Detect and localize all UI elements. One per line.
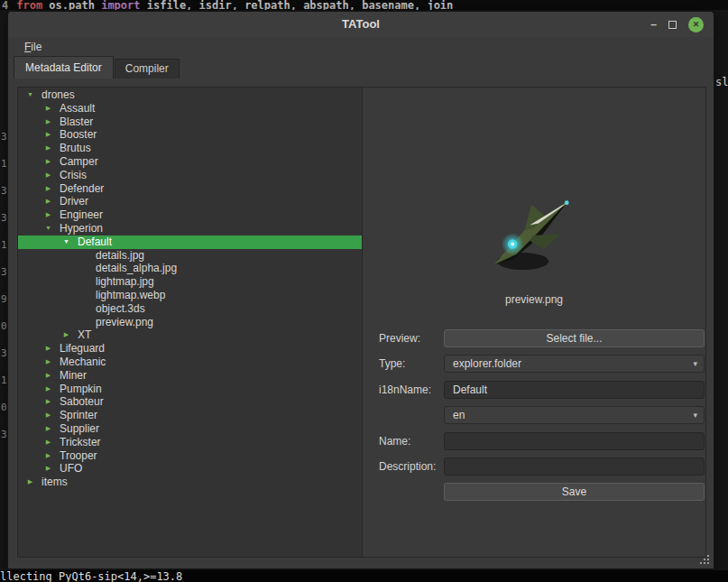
expander-icon[interactable]: ▶ [25,476,35,489]
tree-item-ufo[interactable]: ▶UFO [18,462,362,476]
name-input[interactable] [444,432,705,450]
expander-icon[interactable]: ▶ [43,195,53,208]
tree-item-label: Assault [18,102,95,115]
description-input[interactable] [444,457,705,476]
save-button[interactable]: Save [444,483,705,501]
tree-item-label: XT [18,328,91,342]
left-edge-digit: 3 [1,266,7,278]
terminal-top-strip: 4from os.path import isfile, isdir, relp… [0,0,728,10]
expander-icon[interactable]: ▶ [43,142,53,155]
tree-item-booster[interactable]: ▶Booster [18,128,362,142]
code-token: os.path [42,0,101,10]
expander-icon[interactable]: ▶ [43,342,53,356]
tab-metadata-editor[interactable]: Metadata Editor [14,56,114,79]
expander-icon[interactable]: ▶ [43,115,53,129]
expander-icon[interactable]: ▶ [43,383,53,396]
expander-icon[interactable]: ▶ [43,128,53,142]
tree-item-saboteur[interactable]: ▶Saboteur [18,395,362,409]
expander-icon[interactable]: ▶ [43,436,53,449]
tree-item-trooper[interactable]: ▶Trooper [18,449,362,463]
code-token: import [101,0,140,10]
i18n-name-input[interactable]: Default [444,381,705,399]
tree-item-lightmap-jpg[interactable]: lightmap.jpg [18,275,362,289]
maximize-button[interactable] [668,21,677,29]
expander-icon[interactable]: ▶ [43,462,53,476]
tree-item-xt[interactable]: ▶XT [18,328,362,342]
tree-item-label: Booster [18,128,97,142]
tree-item-miner[interactable]: ▶Miner [18,369,362,383]
combo-selected-value: en [453,409,465,421]
tree-item-details-jpg[interactable]: details.jpg [18,249,362,263]
tree-item-preview-png[interactable]: preview.png [18,316,362,329]
type-combobox[interactable]: explorer.folder▾ [444,355,705,373]
tree-item-object-3ds[interactable]: object.3ds [18,302,362,316]
tree-item-hyperion[interactable]: ▼Hyperion [18,222,362,236]
dropdown-arrow-icon: ▾ [693,411,697,420]
tree-item-driver[interactable]: ▶Driver [18,195,362,208]
left-edge-digit: 0 [1,320,7,332]
tree-item-drones[interactable]: ▼drones [18,88,362,102]
expander-icon[interactable]: ▶ [43,395,53,409]
form-row-language: en▾ [363,406,705,424]
metadata-form-rows: Preview:Select file...Type:explorer.fold… [363,329,705,483]
expander-icon[interactable]: ▶ [43,422,53,436]
tree-item-sprinter[interactable]: ▶Sprinter [18,409,362,422]
expander-icon[interactable]: ▶ [43,182,53,196]
minimize-button[interactable]: – [650,18,657,31]
close-button[interactable]: ✕ [688,17,704,32]
field-label-description: Description: [379,460,444,473]
tree-item-blaster[interactable]: ▶Blaster [18,115,362,129]
tree-item-details-alpha-jpg[interactable]: details_alpha.jpg [18,262,362,275]
tree-item-defender[interactable]: ▶Defender [18,182,362,196]
preview-button[interactable]: Select file... [444,329,705,347]
tree-item-camper[interactable]: ▶Camper [18,155,362,169]
close-icon: ✕ [693,21,700,29]
drone-preview-image [478,187,590,286]
tree-item-lightmap-webp[interactable]: lightmap.webp [18,289,362,302]
language-combobox[interactable]: en▾ [444,406,705,424]
form-row-type: Type:explorer.folder▾ [363,355,705,373]
left-edge-digit: 9 [1,293,7,305]
tree-item-default[interactable]: ▼Default [18,236,362,249]
expander-icon[interactable]: ▼ [25,88,35,102]
expander-icon[interactable]: ▶ [43,102,53,115]
background-code-line: 4from os.path import isfile, isdir, relp… [2,0,453,10]
tree-item-engineer[interactable]: ▶Engineer [18,208,362,222]
tree-item-label: Engineer [18,208,103,222]
tree-item-crisis[interactable]: ▶Crisis [18,169,362,182]
tree-item-label: preview.png [18,316,153,329]
field-label-name: Name: [379,435,444,448]
title-bar[interactable]: TATool – ✕ [8,12,714,37]
expander-icon[interactable]: ▼ [43,222,53,236]
tree-item-supplier[interactable]: ▶Supplier [18,422,362,436]
background-right-edge-text: sl [715,76,728,88]
resize-grip-icon[interactable] [699,554,711,566]
expander-icon[interactable]: ▶ [43,169,53,182]
expander-icon[interactable]: ▼ [61,236,71,249]
form-row-name: Name: [363,432,705,450]
expander-icon[interactable]: ▶ [43,356,53,369]
expander-icon[interactable]: ▶ [43,369,53,383]
tree-item-mechanic[interactable]: ▶Mechanic [18,356,362,369]
tree-item-trickster[interactable]: ▶Trickster [18,436,362,449]
tab-compiler[interactable]: Compiler [115,59,180,79]
menu-item-file[interactable]: File [19,39,47,55]
expander-icon[interactable]: ▶ [43,409,53,422]
expander-icon[interactable]: ▶ [43,155,53,169]
tree-item-brutus[interactable]: ▶Brutus [18,142,362,155]
tree-panel: ▼drones▶Assault▶Blaster▶Booster▶Brutus▶C… [18,88,363,557]
tree-item-lifeguard[interactable]: ▶Lifeguard [18,342,362,356]
combo-selected-value: explorer.folder [453,357,521,370]
expander-icon[interactable]: ▶ [61,328,71,342]
tree-item-label: Trooper [18,449,97,463]
field-label-type: Type: [379,357,444,370]
form-row-description: Description: [363,457,705,476]
tree-item-items[interactable]: ▶items [18,476,362,489]
tree-item-pumpkin[interactable]: ▶Pumpkin [18,383,362,396]
tree-item-assault[interactable]: ▶Assault [18,102,362,115]
tree-item-label: lightmap.webp [18,289,165,302]
dropdown-arrow-icon: ▾ [693,359,697,368]
expander-icon[interactable]: ▶ [43,208,53,222]
tree-view: ▼drones▶Assault▶Blaster▶Booster▶Brutus▶C… [18,88,362,489]
expander-icon[interactable]: ▶ [43,449,53,463]
